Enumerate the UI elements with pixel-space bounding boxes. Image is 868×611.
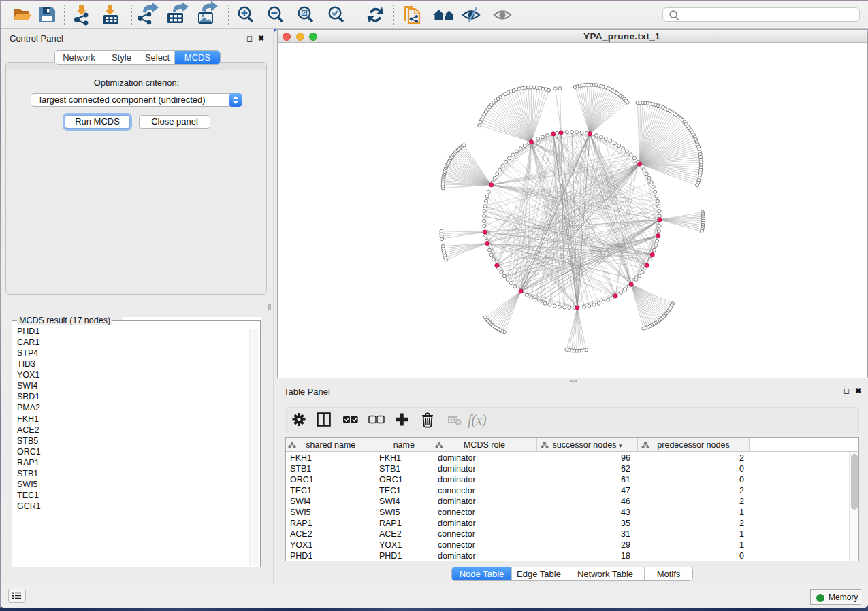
- svg-text:f(x): f(x): [468, 412, 487, 428]
